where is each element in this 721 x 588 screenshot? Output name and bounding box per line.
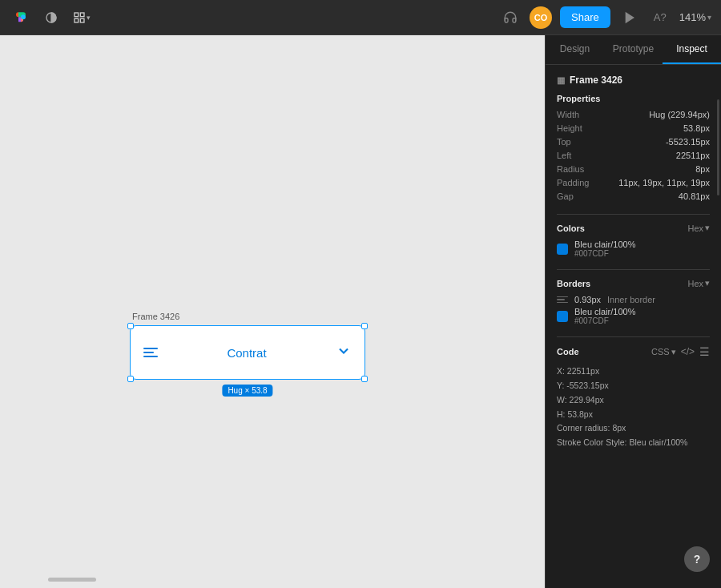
share-button[interactable]: Share — [560, 6, 610, 28]
code-h: H: 53.8px — [557, 408, 710, 422]
help-button[interactable]: ? — [684, 546, 710, 572]
divider-3 — [557, 336, 710, 337]
size-badge: Hug × 53.8 — [222, 385, 272, 397]
menu-line-1 — [143, 348, 158, 349]
colors-section: Colors Hex ▾ Bleu clair/100% #007CDF — [557, 223, 710, 258]
divider-2 — [557, 269, 710, 270]
main-area: Frame 3426 Contrat — [0, 35, 721, 588]
frame-contrat-text: Contrat — [158, 346, 336, 360]
play-icon[interactable] — [618, 6, 641, 29]
contrast-icon[interactable] — [40, 6, 62, 29]
prop-gap: Gap 40.81px — [557, 191, 710, 201]
border-lines-icon — [557, 296, 568, 304]
svg-rect-4 — [75, 18, 79, 22]
headphone-icon[interactable] — [499, 6, 522, 29]
canvas[interactable]: Frame 3426 Contrat — [0, 35, 545, 588]
handle-tr[interactable] — [361, 323, 368, 329]
code-radius: Corner radius: 8px — [557, 421, 710, 436]
prop-top: Top -5523.15px — [557, 137, 710, 147]
user-avatar[interactable]: CO — [530, 6, 552, 29]
svg-rect-2 — [75, 13, 79, 17]
panel-scrollbar[interactable] — [717, 99, 719, 195]
prop-height: Height 53.8px — [557, 123, 710, 133]
prop-radius: Radius 8px — [557, 164, 710, 174]
color-swatch-0[interactable] — [557, 244, 568, 255]
code-stroke: Stroke Color Style: Bleu clair/100% — [557, 436, 710, 450]
topbar: ▾ CO Share A? 141% ▾ — [0, 0, 721, 35]
frame-tool-icon[interactable]: ▾ — [70, 6, 93, 29]
border-color-swatch[interactable] — [557, 311, 568, 322]
code-copy-icon[interactable]: </> — [681, 346, 695, 357]
colors-header: Colors Hex ▾ — [557, 223, 710, 233]
colors-format[interactable]: Hex ▾ — [687, 223, 710, 233]
border-color-name: Bleu clair/100% — [574, 307, 635, 316]
borders-section: Borders Hex ▾ 0.93px Inner bor — [557, 278, 710, 325]
svg-rect-3 — [80, 13, 84, 17]
topbar-center: CO Share A? 141% ▾ — [499, 6, 711, 29]
frame-icon: ▦ — [557, 75, 565, 86]
figma-logo-icon[interactable] — [10, 6, 32, 29]
color-item-0: Bleu clair/100% #007CDF — [557, 240, 710, 258]
prop-padding: Padding 11px, 19px, 11px, 19px — [557, 178, 710, 187]
borders-header: Borders Hex ▾ — [557, 278, 710, 288]
topbar-left: ▾ — [10, 6, 93, 29]
svg-marker-6 — [626, 13, 633, 22]
properties-title: Properties — [557, 94, 710, 103]
panel-tabs: Design Prototype Inspect — [546, 35, 721, 65]
menu-line-2 — [143, 352, 154, 353]
code-header: Code CSS ▾ </> ☰ — [557, 345, 710, 358]
code-controls: CSS ▾ </> ☰ — [651, 345, 710, 358]
borders-title: Borders — [557, 279, 590, 288]
svg-rect-5 — [80, 18, 84, 22]
svg-point-0 — [21, 14, 26, 19]
menu-icon — [143, 348, 158, 357]
code-expand-icon[interactable]: ☰ — [699, 345, 710, 358]
border-color-item: Bleu clair/100% #007CDF — [557, 307, 710, 325]
handle-tl[interactable] — [127, 323, 134, 329]
panel-content: ▦ Frame 3426 Properties Width Hug (229.9… — [546, 65, 721, 588]
border-item-0: 0.93px Inner border Bleu clair/100% #007… — [557, 295, 710, 325]
panel-frame-title: ▦ Frame 3426 — [557, 75, 710, 86]
code-w: W: 229.94px — [557, 393, 710, 408]
divider-1 — [557, 214, 710, 215]
canvas-scrollbar[interactable] — [48, 578, 96, 582]
color-hex-0: #007CDF — [574, 249, 635, 258]
code-title: Code — [557, 347, 579, 356]
colors-title: Colors — [557, 224, 585, 233]
zoom-control[interactable]: 141% ▾ — [679, 11, 711, 23]
frame-canvas-label: Frame 3426 — [132, 312, 179, 321]
color-name-0: Bleu clair/100% — [574, 240, 635, 249]
tab-prototype[interactable]: Prototype — [604, 35, 663, 64]
right-panel: Design Prototype Inspect ▦ Frame 3426 Pr… — [545, 35, 721, 588]
prop-width: Width Hug (229.94px) — [557, 110, 710, 119]
frame-box[interactable]: Contrat Hug × 53.8 — [130, 325, 365, 380]
code-props: X: 22511px Y: -5523.15px W: 229.94px H: … — [557, 364, 710, 450]
prop-left: Left 22511px — [557, 151, 710, 160]
handle-br[interactable] — [361, 376, 368, 382]
properties-section: Properties Width Hug (229.94px) Height 5… — [557, 94, 710, 201]
border-line-3 — [557, 302, 568, 304]
tab-design[interactable]: Design — [546, 35, 604, 64]
chevron-down-icon — [336, 343, 352, 362]
frame-selected[interactable]: Contrat Hug × 53.8 — [130, 325, 365, 380]
menu-line-3 — [143, 356, 158, 357]
border-type: Inner border — [607, 295, 655, 304]
user-icon[interactable]: A? — [649, 6, 671, 29]
border-thickness: 0.93px — [574, 295, 601, 304]
code-x: X: 22511px — [557, 364, 710, 379]
handle-bl[interactable] — [127, 376, 134, 382]
borders-format[interactable]: Hex ▾ — [687, 278, 710, 288]
border-line-1 — [557, 296, 568, 298]
code-y: Y: -5523.15px — [557, 379, 710, 393]
border-row: 0.93px Inner border — [557, 295, 710, 304]
tab-inspect[interactable]: Inspect — [663, 35, 721, 64]
border-color-hex: #007CDF — [574, 316, 635, 325]
code-section: Code CSS ▾ </> ☰ X: 22511px Y: -5523.15p… — [557, 345, 710, 450]
border-line-2 — [557, 299, 565, 300]
code-format-select[interactable]: CSS ▾ — [651, 347, 676, 357]
